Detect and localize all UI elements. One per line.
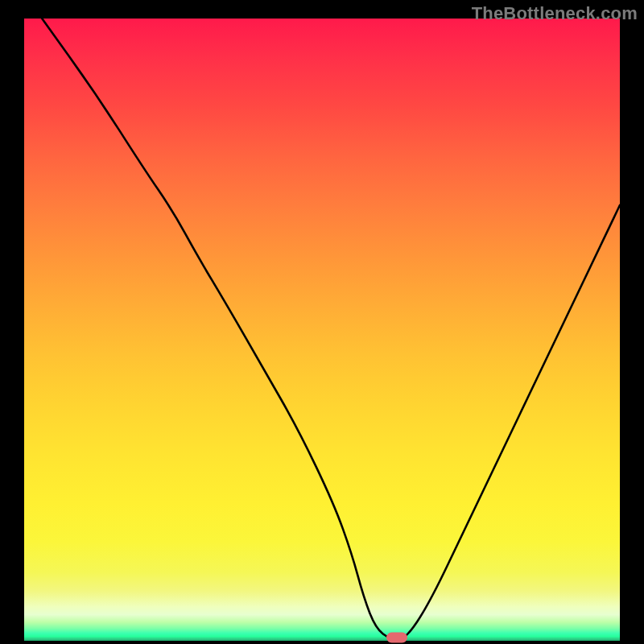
optimal-marker bbox=[386, 633, 407, 643]
curve-layer bbox=[24, 19, 620, 641]
plot-area bbox=[24, 19, 620, 641]
bottleneck-curve bbox=[42, 19, 620, 640]
chart-container: TheBottleneck.com bbox=[0, 0, 644, 644]
attribution-label: TheBottleneck.com bbox=[472, 3, 638, 24]
